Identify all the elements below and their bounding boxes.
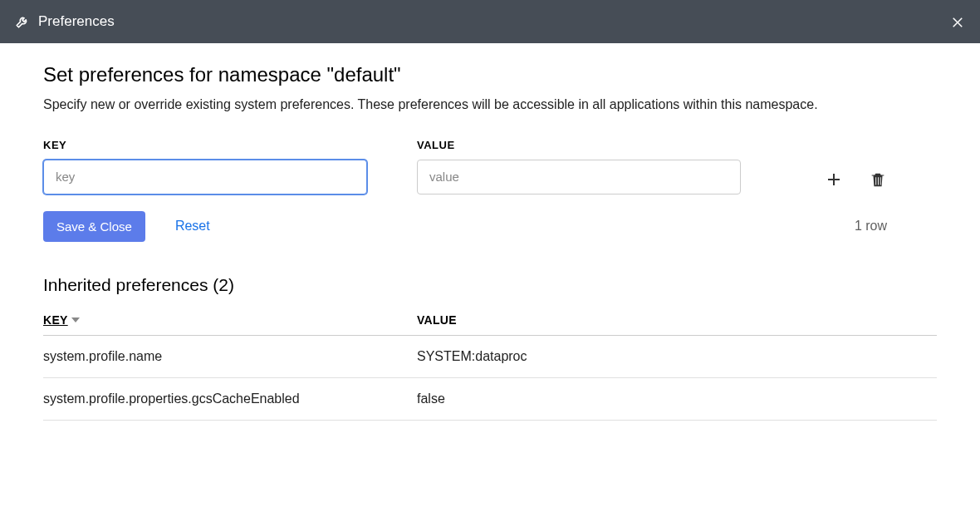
key-label: KEY: [43, 139, 367, 151]
column-header-key[interactable]: KEY: [43, 313, 417, 327]
cell-value: SYSTEM:dataproc: [417, 349, 937, 364]
preference-form-row: KEY VALUE: [43, 139, 937, 194]
cell-key: system.profile.name: [43, 349, 417, 364]
dialog-title: Preferences: [38, 13, 115, 30]
save-close-button[interactable]: Save & Close: [43, 211, 145, 242]
column-header-value[interactable]: VALUE: [417, 313, 937, 327]
reset-button[interactable]: Reset: [175, 219, 210, 234]
sort-caret-icon: [71, 313, 80, 327]
cell-value: false: [417, 391, 937, 406]
delete-icon[interactable]: [869, 170, 887, 189]
value-label: VALUE: [417, 139, 741, 151]
row-count: 1 row: [855, 219, 887, 234]
inherited-table: KEY VALUE system.profile.name SYSTEM:dat…: [43, 313, 937, 421]
key-input[interactable]: [43, 160, 367, 194]
table-row: system.profile.properties.gcsCacheEnable…: [43, 378, 937, 421]
value-input[interactable]: [417, 160, 741, 194]
cell-key: system.profile.properties.gcsCacheEnable…: [43, 391, 417, 406]
add-icon[interactable]: [824, 170, 844, 190]
inherited-title: Inherited preferences (2): [43, 275, 937, 295]
table-row: system.profile.name SYSTEM:dataproc: [43, 336, 937, 378]
page-description: Specify new or override existing system …: [43, 95, 937, 116]
dialog-header: Preferences: [0, 0, 980, 43]
page-title: Set preferences for namespace "default": [43, 63, 937, 86]
wrench-icon: [15, 14, 30, 29]
close-icon[interactable]: [950, 14, 965, 29]
